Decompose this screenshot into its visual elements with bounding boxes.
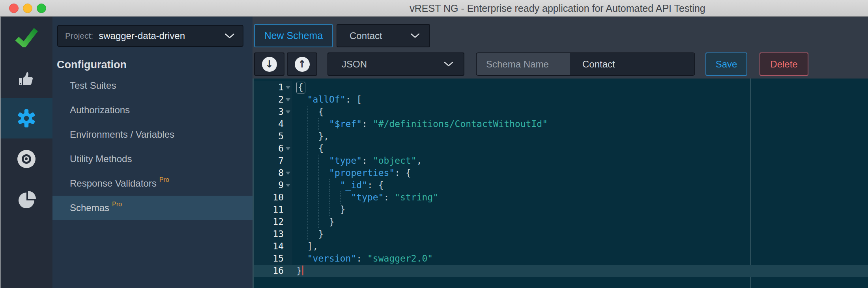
code-line: { — [292, 106, 868, 118]
indent-guide — [307, 106, 308, 118]
fold-arrow-slot — [284, 240, 292, 252]
indent-guide — [340, 191, 341, 204]
sidebar-item-response-validators[interactable]: Response ValidatorsPro — [52, 171, 253, 196]
fold-arrow-icon[interactable] — [284, 167, 292, 179]
chevron-down-icon — [224, 33, 235, 39]
code-token: : — [362, 155, 373, 166]
editor-line: 5}, — [254, 130, 868, 142]
code-token: , — [417, 155, 422, 166]
icon-rail — [0, 17, 52, 288]
indent-guide — [307, 216, 308, 228]
code-token: : { — [395, 168, 411, 178]
code-token: "string" — [395, 192, 438, 202]
code-token: : — [356, 253, 367, 264]
editor-line: 12} — [254, 216, 868, 228]
schema-name-input[interactable]: Contact — [570, 53, 694, 75]
schema-selector[interactable]: Contact — [337, 24, 430, 47]
line-number: 13 — [273, 228, 284, 240]
code-line: } — [292, 228, 868, 240]
code-line: } — [292, 216, 868, 228]
fold-arrow-icon[interactable] — [284, 142, 292, 155]
indent-guide — [307, 179, 308, 191]
rail-item-configuration[interactable] — [0, 98, 52, 138]
code-line: "version": "swagger2.0" — [292, 252, 868, 265]
app-shell: Project: swagger-data-driven Configurati… — [0, 17, 868, 288]
editor-line: 2"allOf": [ — [254, 94, 868, 106]
fold-arrow-icon[interactable] — [284, 94, 292, 106]
editor-gutter-cell: 5 — [254, 130, 292, 142]
delete-button[interactable]: Delete — [760, 52, 808, 76]
editor-gutter-cell: 2 — [254, 94, 292, 106]
sidebar-item-environments-variables[interactable]: Environments / Variables — [52, 122, 253, 147]
window-title: vREST NG - Enterprise ready application … — [410, 2, 705, 14]
editor-line: 8"properties": { — [254, 167, 868, 179]
rail-item-test-runner[interactable] — [0, 17, 52, 57]
sidebar-item-schemas[interactable]: SchemasPro — [52, 196, 253, 220]
section-title: Configuration — [57, 59, 253, 71]
sidebar-item-test-suites[interactable]: Test Suites — [52, 73, 253, 98]
editor-gutter-cell: 7 — [254, 155, 292, 167]
sidebar-item-label: Response Validators — [70, 178, 157, 189]
line-number: 7 — [278, 155, 284, 167]
line-number: 8 — [278, 167, 284, 179]
editor-line: 16} — [254, 265, 868, 277]
rail-item-approvals[interactable] — [0, 57, 52, 98]
save-button[interactable]: Save — [705, 52, 747, 76]
fold-arrow-icon[interactable] — [284, 179, 292, 191]
indent-guide — [307, 228, 308, 240]
editor-gutter-cell: 3 — [254, 106, 292, 118]
indent-guide — [329, 204, 330, 216]
format-selector[interactable]: JSON — [327, 52, 464, 76]
fold-arrow-icon[interactable] — [284, 106, 292, 118]
code-token: { — [318, 143, 324, 153]
zoom-button-icon[interactable] — [37, 4, 46, 13]
download-schema-button[interactable]: ↓ — [254, 52, 284, 76]
minimize-button-icon[interactable] — [23, 4, 32, 13]
code-token: : [ — [346, 94, 362, 105]
editor-line: 13} — [254, 228, 868, 240]
schema-name-group: Schema Name Contact — [476, 52, 695, 76]
close-button-icon[interactable] — [9, 4, 19, 13]
editor-line: 1{ — [254, 81, 868, 94]
sidebar-item-label: Test Suites — [70, 80, 116, 91]
indent-guide — [318, 216, 319, 228]
circled-down-arrow-icon: ↓ — [262, 57, 277, 72]
code-token: "object" — [373, 155, 417, 166]
fold-arrow-icon[interactable] — [284, 81, 292, 94]
code-token: } — [329, 217, 335, 227]
sidebar-item-utility-methods[interactable]: Utility Methods — [52, 147, 253, 171]
editor-gutter-cell: 12 — [254, 216, 292, 228]
project-label: Project: — [65, 31, 93, 41]
indent-guide — [318, 155, 319, 167]
editor-line: 11} — [254, 204, 868, 216]
indent-guide — [307, 191, 308, 204]
sidebar-item-label: Schemas — [70, 202, 109, 213]
green-check-logo-icon — [15, 27, 38, 47]
indent-guide — [329, 179, 330, 191]
code-line: "type": "object", — [292, 155, 868, 167]
schema-code-editor[interactable]: 1{2"allOf": [3{4"$ref": "#/definitions/C… — [253, 79, 868, 288]
project-selector[interactable]: Project: swagger-data-driven — [57, 25, 243, 47]
editor-gutter-cell: 15 — [254, 252, 292, 265]
new-schema-button[interactable]: New Schema — [254, 24, 333, 47]
rail-item-recorder[interactable] — [0, 138, 52, 179]
code-token: ], — [307, 241, 318, 251]
line-number: 2 — [278, 94, 284, 106]
code-line: { — [292, 142, 868, 155]
rail-item-reports[interactable] — [0, 179, 52, 220]
schema-selector-value: Contact — [350, 30, 382, 41]
schema-toolbar: New Schema Contact — [254, 24, 868, 47]
editor-gutter-cell: 8 — [254, 167, 292, 179]
indent-guide — [307, 142, 308, 155]
code-line: } — [292, 204, 868, 216]
project-value: swagger-data-driven — [99, 30, 185, 41]
sidebar-item-authorizations[interactable]: Authorizations — [52, 98, 253, 122]
sidebar-item-label: Utility Methods — [70, 153, 132, 165]
upload-schema-button[interactable]: ↑ — [287, 52, 317, 76]
title-bar: vREST NG - Enterprise ready application … — [0, 0, 868, 17]
line-number: 6 — [278, 142, 284, 155]
fold-arrow-slot — [284, 252, 292, 265]
code-token: "type" — [329, 155, 362, 166]
code-token: "type" — [351, 192, 383, 202]
line-number: 5 — [278, 130, 284, 142]
